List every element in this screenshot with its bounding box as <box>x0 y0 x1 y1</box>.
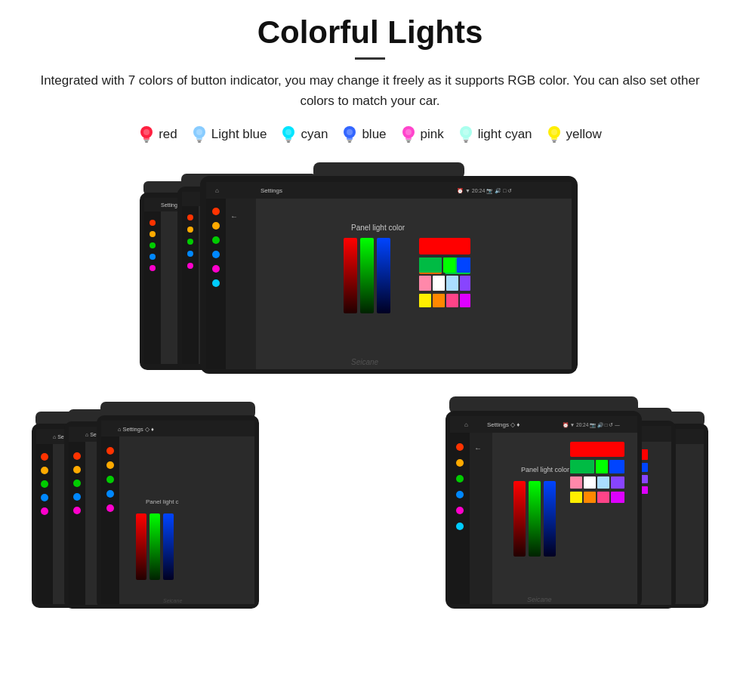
top-screens-group: Settings Seicane Settings <box>23 162 717 381</box>
svg-point-19 <box>347 129 353 135</box>
color-item-blue: blue <box>341 124 386 145</box>
svg-text:Seicane: Seicane <box>163 598 182 603</box>
svg-point-69 <box>212 208 220 215</box>
svg-point-72 <box>212 251 220 258</box>
svg-rect-12 <box>286 140 291 141</box>
svg-rect-32 <box>552 140 557 141</box>
svg-point-103 <box>41 453 48 461</box>
color-item-lightblue: Light blue <box>191 124 267 145</box>
svg-point-107 <box>41 507 48 515</box>
color-label-red: red <box>159 127 177 142</box>
svg-point-57 <box>187 251 193 257</box>
svg-text:⌂: ⌂ <box>464 421 468 428</box>
color-label-blue: blue <box>362 127 386 142</box>
bulb-icon-blue <box>341 124 358 145</box>
svg-rect-225 <box>570 442 624 457</box>
svg-rect-27 <box>464 140 468 141</box>
svg-point-122 <box>73 480 81 487</box>
svg-point-9 <box>196 129 202 135</box>
svg-text:⌂: ⌂ <box>215 187 219 194</box>
bottom-screens-group: ⌂ Settings ◇ ♦ Panel light c Seicane <box>23 396 717 615</box>
svg-rect-8 <box>198 141 201 143</box>
svg-point-106 <box>41 494 48 501</box>
svg-rect-2 <box>144 140 149 141</box>
svg-point-216 <box>456 507 464 514</box>
svg-point-139 <box>106 490 114 498</box>
svg-point-121 <box>73 466 81 473</box>
svg-point-56 <box>187 239 193 245</box>
svg-rect-80 <box>360 238 374 313</box>
svg-rect-226 <box>570 460 594 473</box>
bulb-icon-cyan <box>280 124 297 145</box>
svg-rect-224 <box>544 481 556 557</box>
color-item-cyan: cyan <box>280 124 328 145</box>
svg-rect-95 <box>460 294 470 307</box>
svg-rect-3 <box>145 141 148 143</box>
svg-point-55 <box>187 227 193 233</box>
color-item-red: red <box>138 124 177 145</box>
svg-rect-16 <box>347 137 353 140</box>
svg-point-58 <box>187 263 193 269</box>
color-legend: red Light blue cyan <box>23 124 717 145</box>
svg-rect-145 <box>163 513 174 580</box>
bulb-icon-lightblue <box>191 124 208 145</box>
svg-rect-18 <box>348 141 351 143</box>
color-item-lightcyan: light cyan <box>458 124 532 145</box>
svg-rect-91 <box>460 276 470 291</box>
svg-rect-90 <box>446 276 458 291</box>
svg-point-123 <box>73 493 81 501</box>
svg-rect-82 <box>419 238 470 254</box>
svg-rect-231 <box>597 476 609 489</box>
svg-rect-233 <box>570 492 582 503</box>
svg-rect-1 <box>143 137 150 140</box>
svg-point-73 <box>212 265 220 273</box>
svg-point-41 <box>150 220 156 226</box>
svg-rect-229 <box>570 476 582 489</box>
device-bot-front-left: ⌂ Settings ◇ ♦ Panel light c Seicane <box>97 402 259 615</box>
svg-text:Panel light c: Panel light c <box>146 498 179 505</box>
svg-rect-13 <box>287 141 290 143</box>
svg-rect-223 <box>529 481 541 557</box>
svg-rect-87 <box>457 257 470 273</box>
bulb-icon-red <box>138 124 155 145</box>
svg-rect-28 <box>464 141 467 143</box>
device-bot-front-right: ⌂ Settings ◇ ♦ ⏰ ▼ 20:24 📷 🔊 □ ↺ — ← Pan… <box>446 396 642 615</box>
title-divider <box>355 57 385 60</box>
svg-rect-86 <box>443 257 455 273</box>
color-label-yellow: yellow <box>566 127 602 142</box>
svg-rect-26 <box>463 137 469 140</box>
svg-point-42 <box>150 231 156 237</box>
svg-rect-230 <box>584 476 596 489</box>
svg-point-124 <box>73 507 81 514</box>
bulb-icon-yellow <box>546 124 563 145</box>
svg-rect-92 <box>419 294 431 307</box>
svg-point-29 <box>463 129 469 135</box>
svg-rect-234 <box>584 492 596 503</box>
svg-text:Panel light color: Panel light color <box>521 466 569 473</box>
svg-rect-6 <box>196 137 202 140</box>
svg-rect-79 <box>344 238 357 313</box>
device-top-main: ⌂ Settings ⏰ ▼ 20:24 📷 🔊 □ ↺ ← Panel lig… <box>200 162 578 381</box>
svg-point-45 <box>150 265 156 271</box>
svg-point-213 <box>456 459 464 467</box>
svg-point-212 <box>456 443 464 451</box>
svg-text:←: ← <box>474 444 482 452</box>
svg-point-214 <box>456 475 464 483</box>
svg-point-43 <box>150 242 156 248</box>
svg-text:⌂  Settings  ◇ ♦: ⌂ Settings ◇ ♦ <box>118 426 154 433</box>
color-item-yellow: yellow <box>546 124 602 145</box>
svg-rect-75 <box>226 199 256 369</box>
svg-rect-232 <box>611 476 624 489</box>
svg-point-44 <box>150 254 156 260</box>
svg-rect-93 <box>433 294 445 307</box>
svg-rect-211 <box>450 433 470 604</box>
svg-point-34 <box>551 129 557 135</box>
svg-rect-81 <box>377 238 390 313</box>
svg-point-54 <box>187 214 193 220</box>
svg-point-24 <box>405 129 412 135</box>
svg-rect-17 <box>347 140 352 141</box>
svg-rect-218 <box>470 433 492 604</box>
svg-point-138 <box>106 476 114 483</box>
svg-rect-77 <box>256 199 572 369</box>
description-text: Integrated with 7 colors of button indic… <box>38 70 702 111</box>
